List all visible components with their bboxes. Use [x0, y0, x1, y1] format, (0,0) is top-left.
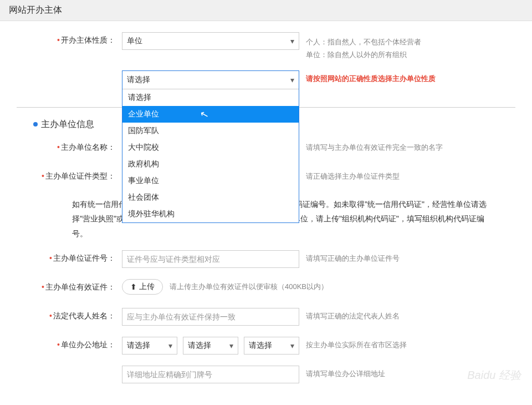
select-city[interactable]: 请选择	[183, 337, 238, 355]
dropdown-option[interactable]: 政府机构	[122, 156, 299, 173]
hint-entity-type: 个人：指自然人，不包括个体经营者 单位：除自然人以外的所有组织	[306, 32, 515, 62]
select-province[interactable]: 请选择	[122, 337, 177, 355]
page-header: 网站开办主体	[0, 0, 532, 21]
upload-button[interactable]: ⬆ 上传	[122, 279, 163, 295]
hint-legal-name: 请填写正确的法定代表人姓名	[306, 308, 515, 321]
label-cert-type: •主办单位证件类型：	[17, 168, 122, 181]
label-org-name: •主办单位名称：	[17, 139, 122, 153]
hint-cert-no: 请填写正确的主办单位证件号	[306, 250, 515, 264]
cursor-icon: ↖	[198, 107, 209, 121]
input-cert-no[interactable]	[122, 250, 299, 268]
dropdown-option[interactable]: 国防军队	[122, 123, 299, 139]
row-entity-type: •开办主体性质： 单位 个人：指自然人，不包括个体经营者 单位：除自然人以外的所…	[17, 32, 515, 62]
dropdown-option[interactable]: 事业单位	[122, 173, 299, 189]
row-address: •单位办公地址： 请选择 请选择 请选择 按主办单位实际所在省市区选择	[17, 337, 515, 357]
input-address-detail[interactable]	[122, 366, 299, 383]
select-district[interactable]: 请选择	[244, 337, 299, 355]
hint-sub-type: 请按照网站的正确性质选择主办单位性质	[306, 70, 515, 84]
label-legal-name: •法定代表人姓名：	[17, 308, 122, 321]
label-address: •单位办公地址：	[17, 337, 122, 350]
row-valid-cert: •主办单位有效证件： ⬆ 上传 请上传主办单位有效证件以便审核（400KB以内）	[17, 279, 515, 299]
label-entity-type: •开办主体性质：	[17, 32, 122, 45]
select-entity-type[interactable]: 单位	[122, 32, 299, 50]
label-cert-no: •主办单位证件号：	[17, 250, 122, 264]
hint-valid-cert: 请上传主办单位有效证件以便审核（400KB以内）	[170, 282, 515, 292]
select-sub-type-open[interactable]: 请选择 请选择 企业单位 ↖ 国防军队 大中院校 政府机构 事业单位 社会团体 …	[122, 70, 299, 223]
hint-org-name: 请填写与主办单位有效证件完全一致的名字	[306, 139, 515, 153]
dropdown-option[interactable]: 境外驻华机构	[122, 206, 299, 222]
dropdown-option[interactable]: 大中院校	[122, 139, 299, 156]
page-title: 网站开办主体	[9, 4, 523, 16]
hint-cert-type: 请正确选择主办单位证件类型	[306, 168, 515, 181]
upload-icon: ⬆	[130, 282, 137, 291]
dropdown-option[interactable]: 社会团体	[122, 189, 299, 206]
bullet-icon	[33, 122, 38, 126]
row-cert-no: •主办单位证件号： 请填写正确的主办单位证件号	[17, 250, 515, 270]
hint-address: 按主办单位实际所在省市区选择	[306, 337, 515, 350]
form-content: •开办主体性质： 单位 个人：指自然人，不包括个体经营者 单位：除自然人以外的所…	[0, 21, 532, 405]
row-sub-type: 请选择 请选择 企业单位 ↖ 国防军队 大中院校 政府机构 事业单位 社会团体 …	[17, 70, 515, 90]
hint-address-detail: 请填写单位办公详细地址	[306, 366, 515, 379]
row-address-detail: 请填写单位办公详细地址	[17, 366, 515, 386]
dropdown-option[interactable]: 请选择	[122, 89, 299, 106]
row-legal-name: •法定代表人姓名： 请填写正确的法定代表人姓名	[17, 308, 515, 328]
dropdown-list: 请选择 企业单位 ↖ 国防军队 大中院校 政府机构 事业单位 社会团体 境外驻华…	[122, 89, 299, 222]
input-legal-name[interactable]	[122, 308, 299, 326]
select-sub-type-head[interactable]: 请选择	[122, 71, 299, 89]
dropdown-option-highlight[interactable]: 企业单位 ↖	[122, 106, 299, 123]
label-valid-cert: •主办单位有效证件：	[17, 279, 122, 292]
